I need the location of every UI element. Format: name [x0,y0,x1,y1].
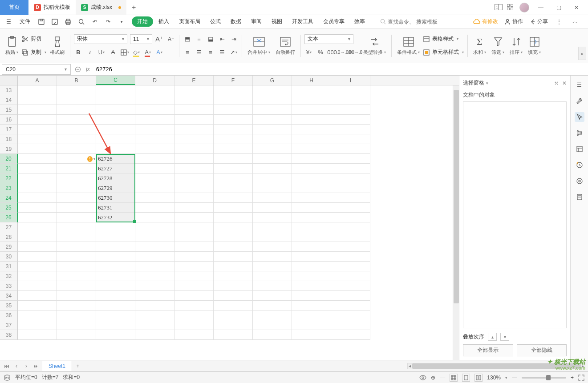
apps-icon[interactable] [507,4,514,11]
cell[interactable] [253,271,292,281]
cell[interactable] [18,281,57,291]
redo-icon[interactable]: ↷ [103,17,113,27]
ribbon-tab-efficiency[interactable]: 效率 [350,16,369,27]
cell[interactable] [135,222,174,232]
cell[interactable] [292,173,331,183]
cell[interactable] [135,271,174,281]
cell[interactable] [18,193,57,203]
increase-decimal-icon[interactable]: .0→.00 [339,48,348,57]
cell[interactable] [18,144,57,154]
row-header[interactable]: 28 [0,232,18,242]
underline-button[interactable]: U▾ [97,48,106,57]
row-header[interactable]: 14 [0,95,18,105]
cell[interactable] [57,242,96,252]
cell[interactable] [331,281,370,291]
object-list[interactable] [463,101,567,328]
spreadsheet-grid[interactable]: ABCDEFGHI 131415161718192021222324252627… [0,76,459,360]
cell[interactable]: 62728 [96,173,135,183]
cell[interactable] [18,134,57,144]
formula-input[interactable] [93,66,588,73]
sidebar-tool-icon[interactable] [575,96,584,106]
zoom-slider[interactable] [522,377,566,379]
cell[interactable] [292,105,331,115]
cell[interactable] [135,310,174,320]
bold-button[interactable]: B [74,48,83,57]
cell[interactable] [214,213,253,222]
cell[interactable] [174,301,214,310]
cell[interactable] [135,213,174,222]
ribbon-tab-view[interactable]: 视图 [267,16,287,27]
first-sheet-button[interactable]: ⏮ [3,363,11,369]
col-header[interactable]: C [96,76,135,85]
cell[interactable] [214,125,253,134]
row-header[interactable]: 30 [0,252,18,262]
cell[interactable] [57,232,96,242]
cell[interactable] [292,232,331,242]
cell[interactable] [214,134,253,144]
align-middle-icon[interactable]: ≡ [195,35,203,44]
cell[interactable] [135,301,174,310]
cell[interactable] [18,213,57,222]
align-top-icon[interactable]: ⬒ [183,35,192,44]
cell[interactable] [253,291,292,301]
row-header[interactable]: 33 [0,281,18,291]
cell[interactable] [292,85,331,95]
cell[interactable] [253,115,292,125]
cell[interactable] [174,125,214,134]
cell[interactable] [18,252,57,262]
align-right-icon[interactable]: ≡ [206,48,215,57]
row-header[interactable]: 36 [0,310,18,320]
cell[interactable] [292,320,331,330]
zoom-level[interactable]: 130% [487,375,501,381]
row-header[interactable]: 18 [0,134,18,144]
more-menu-icon[interactable]: ⋮ [554,17,564,27]
cell[interactable] [57,213,96,222]
strikethrough-button[interactable]: A [109,48,118,57]
cell[interactable] [57,271,96,281]
cell[interactable] [135,154,174,164]
cell[interactable] [96,262,135,271]
ribbon-tab-member[interactable]: 会员专享 [319,16,349,27]
justify-icon[interactable]: ☰ [218,48,227,57]
cell[interactable] [331,95,370,105]
cell[interactable] [135,320,174,330]
cell[interactable] [214,330,253,340]
cell[interactable] [292,164,331,173]
cell[interactable] [331,115,370,125]
cell[interactable] [96,330,135,340]
cell[interactable] [135,242,174,252]
col-header[interactable]: F [214,76,253,85]
cell[interactable] [214,301,253,310]
add-sheet-button[interactable]: + [74,363,82,369]
sheet-tab-1[interactable]: Sheet1 [42,361,72,371]
cell[interactable] [174,281,214,291]
align-center-icon[interactable]: ☰ [195,48,203,57]
cell[interactable] [57,115,96,125]
row-header[interactable]: 29 [0,242,18,252]
cell[interactable] [57,95,96,105]
cell[interactable] [18,154,57,164]
cell[interactable] [331,242,370,252]
decrease-decimal-icon[interactable]: .00→.0 [351,48,360,57]
cell[interactable] [292,291,331,301]
last-sheet-button[interactable]: ⏭ [32,363,40,369]
eye-icon[interactable] [419,375,426,380]
cell[interactable] [57,173,96,183]
sidebar-select-icon[interactable] [575,112,584,122]
cell[interactable] [57,320,96,330]
cell[interactable] [18,262,57,271]
search-templates-input[interactable] [416,19,443,25]
print-icon[interactable] [63,17,73,27]
cell[interactable] [96,232,135,242]
cell[interactable] [96,85,135,95]
font-size-combo[interactable]: 11▾ [130,34,152,44]
cell[interactable] [174,271,214,281]
cell-style-button[interactable]: 单元格样式▾ [423,47,464,58]
sidebar-docs-icon[interactable] [575,192,584,202]
cell[interactable] [253,242,292,252]
cell[interactable] [18,330,57,340]
cell[interactable] [96,144,135,154]
next-sheet-button[interactable]: › [22,363,30,369]
cell[interactable] [135,173,174,183]
cell[interactable] [253,193,292,203]
